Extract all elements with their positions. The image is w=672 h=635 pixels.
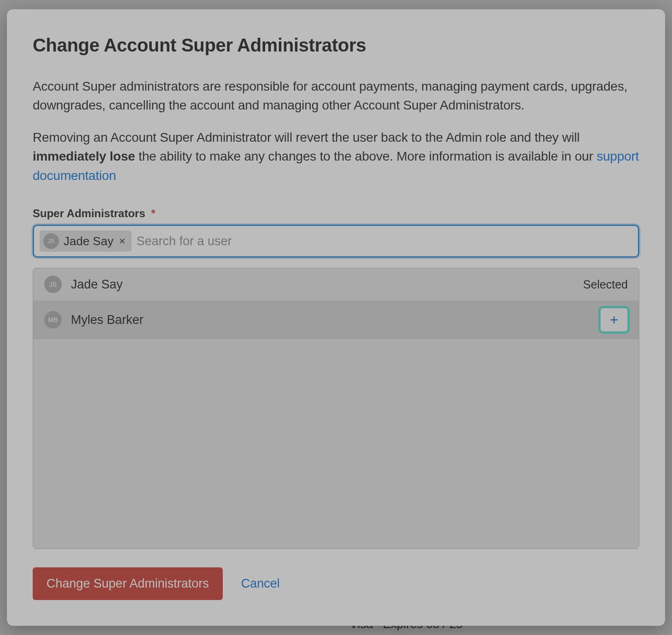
description-paragraph-2: Removing an Account Super Administrator … bbox=[33, 128, 639, 185]
required-marker: * bbox=[151, 207, 155, 219]
change-super-admins-modal: Change Account Super Administrators Acco… bbox=[7, 9, 665, 626]
modal-title: Change Account Super Administrators bbox=[33, 35, 639, 56]
field-label: Super Administrators * bbox=[33, 207, 639, 220]
selected-user-chip: JS Jade Say × bbox=[40, 231, 132, 252]
change-super-admins-button[interactable]: Change Super Administrators bbox=[33, 567, 223, 600]
close-icon: × bbox=[119, 235, 125, 247]
avatar: MB bbox=[44, 311, 62, 329]
description-p2-suffix: the ability to make any changes to the a… bbox=[135, 149, 597, 163]
avatar: JS bbox=[43, 233, 59, 249]
description-paragraph-1: Account Super administrators are respons… bbox=[33, 77, 639, 115]
dropdown-row-highlighted[interactable]: MB Myles Barker + bbox=[33, 300, 639, 339]
add-user-button[interactable]: + bbox=[600, 308, 628, 332]
modal-footer: Change Super Administrators Cancel bbox=[33, 549, 639, 600]
description-p2-prefix: Removing an Account Super Administrator … bbox=[33, 130, 579, 144]
remove-chip-button[interactable]: × bbox=[118, 236, 126, 247]
dropdown-user-name: Jade Say bbox=[71, 277, 574, 292]
dropdown-row-selected[interactable]: JS Jade Say Selected bbox=[33, 268, 639, 300]
cancel-button[interactable]: Cancel bbox=[241, 577, 280, 591]
description-p2-bold: immediately lose bbox=[33, 149, 135, 163]
avatar: JS bbox=[44, 276, 62, 293]
field-label-text: Super Administrators bbox=[33, 207, 145, 219]
user-search-field[interactable]: JS Jade Say × bbox=[33, 225, 639, 258]
user-dropdown-list: JS Jade Say Selected MB Myles Barker + bbox=[33, 268, 639, 549]
chip-user-name: Jade Say bbox=[64, 234, 113, 248]
plus-icon: + bbox=[610, 312, 619, 327]
user-search-input[interactable] bbox=[136, 234, 632, 248]
dropdown-status-label: Selected bbox=[583, 278, 628, 291]
dropdown-user-name: Myles Barker bbox=[71, 313, 591, 327]
